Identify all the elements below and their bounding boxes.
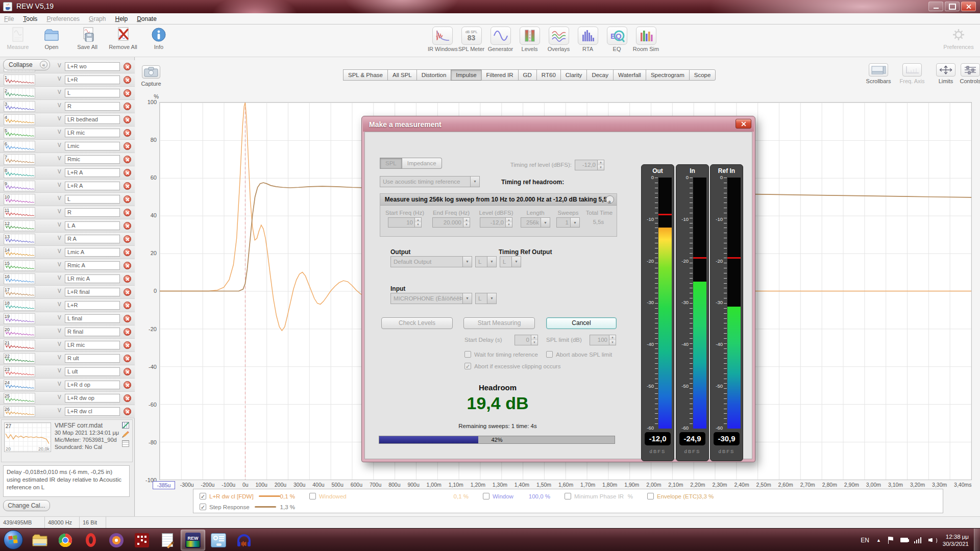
taskbar-rew-button[interactable]: REW <box>181 530 205 550</box>
start-delay-spinner[interactable]: 0 ▲▼ <box>514 335 538 345</box>
input-channel-select[interactable]: L▼ <box>475 293 497 304</box>
delete-measurement-button[interactable] <box>124 76 131 84</box>
delete-measurement-button[interactable] <box>124 355 131 362</box>
freq-axis-button[interactable]: Freq. Axis <box>897 63 927 84</box>
measurement-row[interactable]: 6 V Lmic <box>0 140 135 153</box>
field-input[interactable]: 5,5s ▲▼ ▼ <box>586 217 612 228</box>
dialog-close-button[interactable] <box>736 119 751 129</box>
graph-tab[interactable]: Filtered IR <box>481 69 518 81</box>
measurement-row[interactable]: 14 V Lmic A <box>0 246 135 259</box>
notes-icon[interactable] <box>122 440 129 447</box>
measurement-name-input[interactable]: L+R A <box>65 168 120 177</box>
measurement-name-input[interactable]: R A <box>65 235 120 243</box>
capture-button[interactable] <box>142 65 160 79</box>
measurement-thumbnail[interactable]: 11 <box>4 207 35 218</box>
measurement-row[interactable]: 4 V LR bedhead <box>0 113 135 127</box>
graph-tab[interactable]: Clarity <box>560 69 587 81</box>
measurement-thumbnail[interactable]: 24 <box>4 380 35 390</box>
measurement-thumbnail[interactable]: 10 <box>4 194 35 205</box>
taskbar-display-app-button[interactable] <box>206 530 231 550</box>
measurement-name-input[interactable]: LR bedhead <box>65 115 120 124</box>
measurement-thumbnail[interactable]: 25 <box>4 393 35 404</box>
delete-measurement-button[interactable] <box>124 341 131 349</box>
field-input[interactable]: 20.000 ▲▼ ▼ <box>432 217 470 228</box>
taskbar-notepad-button[interactable] <box>155 530 180 550</box>
measurement-row[interactable]: 19 V L final <box>0 312 135 325</box>
measurement-row[interactable]: 16 V LR mic A <box>0 272 135 286</box>
measurement-name-input[interactable]: Lmic <box>65 142 120 151</box>
delete-measurement-button[interactable] <box>124 169 131 177</box>
collapse-section-button[interactable] <box>606 195 614 204</box>
measurement-row[interactable]: 23 V L ult <box>0 365 135 379</box>
dialog-title[interactable]: Make a measurement <box>363 117 754 132</box>
measurement-row[interactable]: 2 V L <box>0 87 135 100</box>
spl-limit-spinner[interactable]: 100 ▲▼ <box>590 335 616 345</box>
measurement-thumbnail[interactable]: 20 <box>4 327 35 337</box>
open-button[interactable]: Open <box>36 27 67 50</box>
delete-measurement-button[interactable] <box>124 89 131 97</box>
measurement-name-input[interactable]: L+R A <box>65 182 120 190</box>
measurement-name-input[interactable]: R <box>65 102 120 111</box>
trace-checkbox[interactable] <box>200 493 206 499</box>
delete-measurement-button[interactable] <box>124 328 131 336</box>
timing-ref-level-spinner[interactable]: -12,0 ▲▼ <box>575 160 604 170</box>
graph-tab[interactable]: RT60 <box>536 69 560 81</box>
measurement-thumbnail[interactable]: 23 <box>4 366 35 377</box>
delete-measurement-button[interactable] <box>124 275 131 283</box>
taskbar-chrome-button[interactable] <box>53 530 78 550</box>
graph-tab[interactable]: Spectrogram <box>646 69 689 81</box>
edit-chart-icon[interactable] <box>122 422 129 429</box>
measurement-thumbnail[interactable]: 14 <box>4 247 35 258</box>
measurement-row[interactable]: 17 V L+R final <box>0 286 135 299</box>
action-center-flag-icon[interactable] <box>888 537 894 544</box>
delete-measurement-button[interactable] <box>124 195 131 203</box>
delete-measurement-button[interactable] <box>124 63 131 70</box>
type-option[interactable]: Impedance <box>402 158 442 169</box>
measurement-row[interactable]: 8 V L+R A <box>0 166 135 180</box>
field-input[interactable]: -12,0 ▲▼ ▼ <box>480 217 512 228</box>
show-desktop-button[interactable] <box>974 529 980 551</box>
measurement-thumbnail[interactable]: 7 <box>4 154 35 165</box>
measurement-thumbnail[interactable]: 6 <box>4 141 35 152</box>
delete-measurement-button[interactable] <box>124 142 131 150</box>
battery-icon[interactable] <box>900 538 908 542</box>
taskbar-explorer-button[interactable] <box>28 530 52 550</box>
graph-tab[interactable]: Impulse <box>451 69 481 81</box>
measurement-name-input[interactable]: L <box>65 89 120 97</box>
trace-checkbox[interactable] <box>483 493 489 499</box>
measurement-thumbnail[interactable]: 8 <box>4 167 35 178</box>
measurement-row[interactable]: 26 V L+R dw cl <box>0 405 135 418</box>
remove-all-button[interactable]: Remove All <box>107 27 139 50</box>
overlays-button[interactable]: Overlays <box>544 27 573 52</box>
type-option[interactable]: SPL <box>380 158 402 169</box>
delete-measurement-button[interactable] <box>124 222 131 230</box>
graph-tab[interactable]: Decay <box>586 69 613 81</box>
measurement-name-input[interactable]: L <box>65 195 120 204</box>
graph-tab[interactable]: Waterfall <box>613 69 646 81</box>
measurement-row[interactable]: 15 V Rmic A <box>0 259 135 272</box>
trace-checkbox[interactable] <box>647 493 654 499</box>
delete-measurement-button[interactable] <box>124 116 131 123</box>
rta-button[interactable]: RTA <box>573 27 602 52</box>
minimize-button[interactable] <box>928 2 943 11</box>
taskbar-tor-browser-button[interactable] <box>104 530 129 550</box>
trace-checkbox[interactable] <box>309 493 316 499</box>
delete-measurement-button[interactable] <box>124 235 131 243</box>
measurement-row[interactable]: 10 V L <box>0 193 135 206</box>
menu-item[interactable]: Graph <box>89 15 106 22</box>
delete-measurement-button[interactable] <box>124 368 131 375</box>
measurement-name-input[interactable]: R final <box>65 328 120 336</box>
measurement-row[interactable]: 9 V L+R A <box>0 180 135 193</box>
generator-button[interactable]: Generator <box>486 27 515 52</box>
measurement-name-input[interactable]: LR mic <box>65 129 120 137</box>
delete-measurement-button[interactable] <box>124 315 131 322</box>
graph-tab[interactable]: SPL & Phase <box>343 69 387 81</box>
measure-button[interactable]: Measure <box>2 27 34 50</box>
measurement-row[interactable]: 18 V L+R <box>0 299 135 312</box>
delete-measurement-button[interactable] <box>124 262 131 269</box>
network-signal-icon[interactable] <box>914 537 922 543</box>
graph-tab[interactable]: Distortion <box>416 69 451 81</box>
delete-measurement-button[interactable] <box>124 288 131 296</box>
limits-button[interactable]: Limits <box>931 63 961 84</box>
info-button[interactable]: Info <box>143 27 175 50</box>
